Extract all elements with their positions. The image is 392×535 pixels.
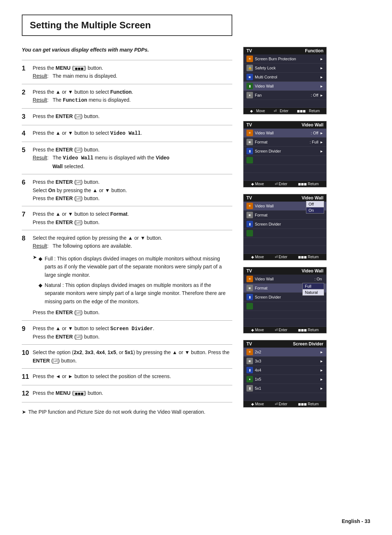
- tv-menu-body: ☀ Video Wall : Off On ◙ Format ▮: [244, 202, 326, 254]
- menu-icon: [246, 166, 253, 172]
- table-row: 3 Press the ENTER (⏎) button.: [22, 108, 232, 125]
- list-item: ♦ 1x5 ►: [244, 375, 326, 384]
- table-row: 12 Press the MENU (◼◼◼) button.: [22, 385, 232, 402]
- step-content: Press the MENU (◼◼◼) button.: [33, 385, 232, 402]
- list-item: ▮ Screen Divider: [244, 220, 326, 229]
- list-item: [244, 238, 326, 246]
- step-content: Press the ENTER (⏎) button. Select On by…: [33, 174, 232, 206]
- list-item: [244, 229, 326, 238]
- menu-icon: [246, 303, 253, 309]
- step-number: 8: [22, 230, 33, 321]
- list-item: ◙ Format : Full ►: [244, 138, 326, 147]
- menu-icon: ◙: [246, 285, 253, 291]
- step-number: 5: [22, 142, 33, 174]
- tv-menu-function: TV Function ☀ Screen Burn Protection ► 🔒…: [243, 47, 327, 114]
- step-content: Select the required option by pressing t…: [33, 230, 232, 321]
- menu-icon: [246, 394, 253, 400]
- menu-icon: ♦: [246, 92, 253, 98]
- step-content: Press the ENTER (⏎) button.: [33, 108, 232, 125]
- tv-menu-footer: ◆ Move ⏎ Enter ◼◼◼ Return: [244, 327, 326, 333]
- tv-menu-body: ☀ 2x2 ► ◙ 3x3 ► ▮ 4x4 ► ♦: [244, 348, 326, 401]
- menu-icon: ◙: [246, 74, 253, 80]
- step-content: Press the ◄ or ► button to select the po…: [33, 369, 232, 385]
- menu-icon: ◙: [246, 358, 253, 364]
- menu-icon: ☀: [246, 130, 253, 136]
- list-item: ▮ Video Wall ►: [244, 82, 326, 91]
- menu-icon: ▮: [246, 148, 253, 154]
- dropdown-popup: Full Natural: [302, 283, 324, 296]
- menu-icon: ♦: [246, 376, 253, 382]
- menu-icon: ▮: [246, 221, 253, 227]
- step-content: Press the ▲ or ▼ button to select Video …: [33, 125, 232, 142]
- list-item: ☀ Video Wall : Off On: [244, 202, 326, 211]
- menu-icon: [246, 174, 253, 180]
- menu-icon: [246, 101, 253, 107]
- menu-icon: [246, 247, 253, 253]
- menu-icon: [246, 157, 253, 163]
- page-number: English - 33: [342, 518, 370, 524]
- dropdown-option: Natural: [303, 289, 324, 295]
- list-item: ♦ Fan : Off ►: [244, 91, 326, 100]
- list-item: ☀ 2x2 ►: [244, 348, 326, 357]
- tv-menu-footer: ◆ Move ⏎ Enter ◼◼◼ Return: [244, 181, 326, 187]
- step-number: 3: [22, 108, 33, 125]
- menu-icon: ◙: [246, 139, 253, 145]
- table-row: 4 Press the ▲ or ▼ button to select Vide…: [22, 125, 232, 142]
- menu-icon: ☀: [246, 276, 253, 282]
- tv-menu-header: TV Screen Divider: [244, 340, 326, 348]
- step-number: 6: [22, 174, 33, 206]
- tv-menu-footer: ◆ Move ⏎ Enter ◼◼◼ Return: [244, 254, 326, 260]
- tv-menu-footer: ◆ Move ⏎ Enter ◼◼◼ Return: [244, 108, 326, 114]
- left-column: You can get various display effects with…: [22, 47, 232, 415]
- tv-menu-header: TV Function: [244, 47, 326, 54]
- tv-menu-header: TV Video Wall: [244, 267, 326, 275]
- table-row: 9 Press the ▲ or ▼ button to select Scre…: [22, 320, 232, 345]
- list-item: ◙ 3x3 ►: [244, 357, 326, 366]
- tv-menu-videowall-off: TV Video Wall ☀ Video Wall : Off ► ◙ For…: [243, 121, 327, 187]
- list-item: [244, 246, 326, 254]
- step-number: 2: [22, 84, 33, 108]
- page-title: Setting the Multiple Screen: [30, 20, 224, 31]
- step-content: Press the MENU (◼◼◼) button. Result: The…: [33, 60, 232, 84]
- intro-text: You can get various display effects with…: [22, 47, 232, 53]
- list-item: 🔒 Safety Lock ►: [244, 64, 326, 73]
- table-row: 1 Press the MENU (◼◼◼) button. Result: T…: [22, 60, 232, 84]
- page: Setting the Multiple Screen You can get …: [0, 0, 392, 535]
- menu-icon: ▮: [246, 367, 253, 373]
- list-item: [244, 319, 326, 327]
- step-content: Press the ▲ or ▼ button to select Format…: [33, 206, 232, 230]
- step-number: 9: [22, 320, 33, 345]
- content-area: You can get various display effects with…: [22, 47, 370, 415]
- tv-menu-body: ☀ Video Wall : Off ► ◙ Format : Full ► ▮…: [244, 129, 326, 181]
- menu-icon: ▮: [246, 294, 253, 300]
- menu-icon: [246, 312, 253, 318]
- menu-icon: ☀: [246, 349, 253, 355]
- list-item: ▮ 5x1 ►: [244, 384, 326, 393]
- table-row: 6 Press the ENTER (⏎) button. Select On …: [22, 174, 232, 206]
- table-row: 7 Press the ▲ or ▼ button to select Form…: [22, 206, 232, 230]
- menu-icon: [246, 239, 253, 245]
- steps-table: 1 Press the MENU (◼◼◼) button. Result: T…: [22, 60, 232, 402]
- menu-icon: ◙: [246, 212, 253, 218]
- step-content: Press the ▲ or ▼ button to select Functi…: [33, 84, 232, 108]
- title-box: Setting the Multiple Screen: [22, 15, 232, 36]
- tv-menu-body: ☀ Video Wall : On ◙ Format : Full Natura…: [244, 275, 326, 327]
- tv-menu-videowall-select: TV Video Wall ☀ Video Wall : Off On: [243, 194, 327, 260]
- table-row: 10 Select the option (2x2, 3x3, 4x4, 1x5…: [22, 345, 232, 369]
- menu-icon: ☀: [246, 56, 253, 62]
- step-content: Press the ▲ or ▼ button to select Screen…: [33, 320, 232, 345]
- step-content: Select the option (2x2, 3x3, 4x4, 1x5, o…: [33, 345, 232, 369]
- list-item: ◙ Multi Control ►: [244, 73, 326, 82]
- tv-menu-format-select: TV Video Wall ☀ Video Wall : On ◙ Format…: [243, 267, 327, 333]
- step-number: 12: [22, 385, 33, 402]
- list-item: [244, 165, 326, 173]
- list-item: [244, 393, 326, 401]
- menu-icon: ▮: [246, 83, 253, 89]
- tv-menu-body: ☀ Screen Burn Protection ► 🔒 Safety Lock…: [244, 54, 326, 108]
- note-arrow: ➤ ◆ Full : This option displays divided …: [33, 253, 232, 305]
- menu-icon: ▮: [246, 385, 253, 392]
- list-item: [244, 100, 326, 108]
- table-row: 2 Press the ▲ or ▼ button to select Func…: [22, 84, 232, 108]
- step-enter-note: Press the ENTER (⏎) button.: [33, 308, 232, 316]
- dropdown-option-selected: On: [306, 207, 324, 213]
